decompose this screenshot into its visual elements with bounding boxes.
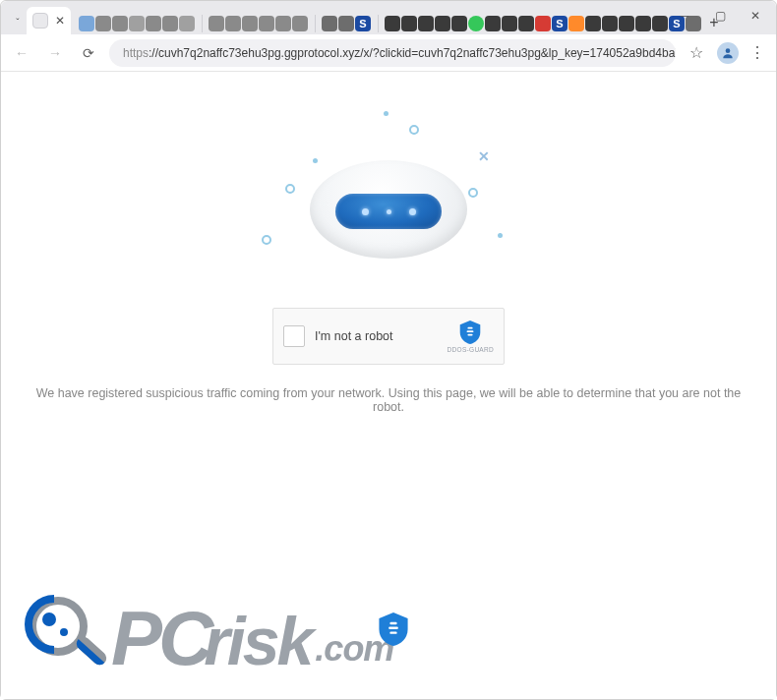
svg-rect-3 (468, 333, 473, 335)
tab-favicon-icon[interactable] (652, 16, 668, 31)
tab-favicon-icon[interactable] (435, 16, 450, 31)
profile-avatar-icon[interactable] (717, 42, 739, 64)
tab-favicon-icon[interactable] (322, 16, 337, 31)
tab-favicon-icon[interactable] (112, 16, 128, 31)
minimize-button[interactable]: ─ (670, 5, 699, 27)
captcha-brand-label: DDOS-GUARD (448, 346, 494, 353)
tab-favicon-icon[interactable] (242, 16, 258, 31)
svg-point-0 (726, 48, 731, 53)
tab-favicon-icon[interactable] (385, 16, 400, 31)
decoration-ring-icon (409, 125, 419, 135)
browser-toolbar: ← → ⟳ https://cuvh7q2naffc73ehu3pg.ggpro… (1, 34, 776, 72)
url-protocol: https (123, 46, 149, 60)
svg-rect-2 (467, 330, 474, 332)
tab-favicon-icon[interactable] (401, 16, 417, 31)
decoration-x-icon: ✕ (478, 148, 490, 164)
tab-favicon-icon[interactable]: S (355, 16, 371, 31)
svg-rect-4 (389, 622, 396, 624)
address-bar[interactable]: https://cuvh7q2naffc73ehu3pg.ggprotocol.… (109, 39, 676, 67)
magnifier-dot-icon (42, 612, 56, 626)
tab-group-separator (378, 15, 379, 32)
window-controls: ─ ▢ ✕ (670, 5, 770, 27)
tab-favicon-icon[interactable]: S (552, 16, 568, 31)
watermark-text: PC risk .com (111, 600, 393, 676)
bookmark-star-icon[interactable]: ☆ (684, 40, 709, 66)
tab-favicon-icon[interactable] (585, 16, 601, 31)
tab-close-icon[interactable]: ✕ (55, 14, 65, 28)
tab-favicon-icon[interactable] (225, 16, 241, 31)
svg-rect-1 (468, 326, 473, 328)
tab-favicon-icon[interactable] (338, 16, 354, 31)
tab-favicon-icon[interactable] (518, 16, 534, 31)
reload-button[interactable]: ⟳ (76, 40, 101, 66)
magnifier-icon (25, 595, 111, 681)
background-tabs-strip: S S S (79, 13, 702, 34)
robot-visor-icon (335, 194, 442, 229)
tab-favicon-icon[interactable] (95, 16, 111, 31)
browser-window: ˇ ✕ S (0, 0, 777, 700)
svg-rect-6 (389, 631, 396, 633)
captcha-checkbox[interactable] (283, 325, 305, 347)
close-window-button[interactable]: ✕ (741, 5, 770, 27)
tab-favicon-blank-icon (32, 13, 48, 29)
tab-favicon-icon[interactable] (79, 16, 94, 31)
tab-group-separator (202, 15, 203, 32)
tab-favicon-icon[interactable] (485, 16, 501, 31)
back-button[interactable]: ← (9, 40, 34, 66)
decoration-dot-icon (498, 233, 503, 238)
decoration-dot-icon (313, 158, 318, 163)
tab-favicon-icon[interactable] (259, 16, 274, 31)
tab-favicon-icon[interactable] (502, 16, 517, 31)
tabs-dropdown-chevron-icon[interactable]: ˇ (9, 13, 27, 34)
decoration-ring-icon (262, 235, 271, 245)
url-text: https://cuvh7q2naffc73ehu3pg.ggprotocol.… (123, 46, 676, 60)
active-tab[interactable]: ✕ (27, 7, 71, 34)
page-message: We have registered suspicious traffic co… (1, 386, 776, 414)
decoration-ring-icon (468, 188, 478, 198)
tab-bar: ˇ ✕ S (1, 1, 776, 34)
captcha-brand: DDOS-GUARD (448, 321, 494, 353)
page-content: ✕ I'm not a robot (1, 72, 776, 699)
shield-icon (459, 321, 481, 344)
tab-favicon-icon[interactable] (292, 16, 308, 31)
tab-favicon-icon[interactable] (162, 16, 178, 31)
robot-eye-icon (409, 208, 416, 215)
magnifier-dot-icon (60, 628, 68, 636)
tab-favicon-icon[interactable] (146, 16, 161, 31)
tab-favicon-icon[interactable] (451, 16, 467, 31)
captcha-box: I'm not a robot DDOS-GUARD (272, 308, 505, 365)
maximize-button[interactable]: ▢ (705, 5, 735, 27)
watermark-shield-icon (379, 612, 408, 646)
robot-eye-icon (362, 208, 369, 215)
tab-favicon-icon[interactable] (635, 16, 651, 31)
tab-favicon-icon[interactable] (535, 16, 551, 31)
tab-favicon-icon[interactable] (209, 16, 224, 31)
tab-favicon-icon[interactable] (568, 16, 584, 31)
kebab-menu-icon[interactable]: ⋮ (747, 42, 768, 64)
decoration-dot-icon (384, 111, 388, 116)
watermark-pc: PC (111, 600, 209, 676)
robot-nose-icon (387, 209, 391, 214)
tab-favicon-icon[interactable] (275, 16, 291, 31)
tab-favicon-icon[interactable] (602, 16, 618, 31)
tab-favicon-icon[interactable] (619, 16, 634, 31)
watermark-logo: PC risk .com (25, 595, 634, 681)
forward-button[interactable]: → (42, 40, 68, 66)
svg-rect-5 (388, 627, 398, 629)
tab-favicon-icon[interactable] (179, 16, 195, 31)
tab-favicon-icon[interactable] (468, 16, 484, 31)
captcha-label: I'm not a robot (315, 329, 393, 343)
url-rest: ://cuvh7q2naffc73ehu3pg.ggprotocol.xyz/x… (149, 46, 676, 60)
tab-favicon-icon[interactable] (129, 16, 145, 31)
captcha-left: I'm not a robot (283, 325, 393, 347)
robot-head-icon (310, 160, 467, 259)
tab-favicon-icon[interactable] (418, 16, 434, 31)
decoration-ring-icon (285, 184, 295, 194)
tab-group-separator (315, 15, 316, 32)
robot-illustration: ✕ (256, 107, 521, 284)
watermark-risk: risk (204, 608, 311, 674)
